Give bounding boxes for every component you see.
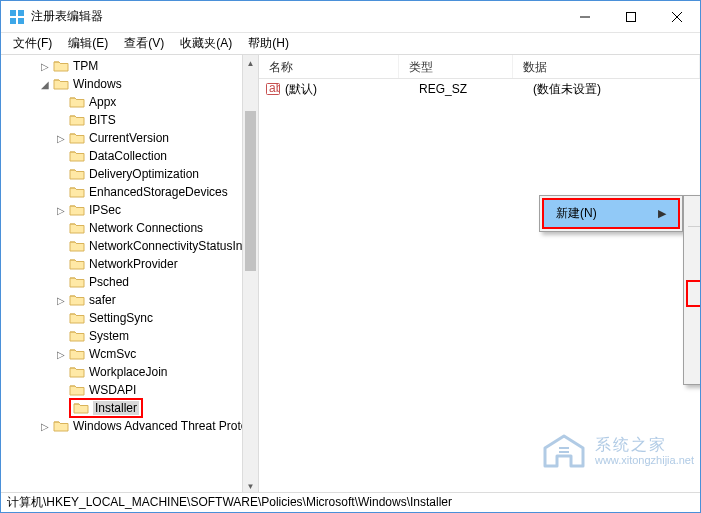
tree-item[interactable]: Installer [1, 399, 258, 417]
folder-icon [69, 95, 85, 109]
folder-icon [69, 113, 85, 127]
cell-name: (默认) [285, 81, 419, 98]
folder-icon [69, 167, 85, 181]
tree-item-label: Network Connections [89, 221, 203, 235]
menu-help[interactable]: 帮助(H) [240, 33, 297, 54]
scroll-thumb[interactable] [245, 111, 256, 271]
folder-icon [69, 383, 85, 397]
scroll-up-button[interactable]: ▲ [243, 55, 258, 71]
tree-item[interactable]: NetworkConnectivityStatusInd [1, 237, 258, 255]
expander-icon[interactable]: ▷ [53, 205, 69, 216]
menu-edit[interactable]: 编辑(E) [60, 33, 116, 54]
tree-item-label: IPSec [89, 203, 121, 217]
folder-icon [69, 221, 85, 235]
expander-icon[interactable]: ▷ [53, 349, 69, 360]
svg-rect-2 [10, 18, 16, 24]
svg-rect-0 [10, 10, 16, 16]
registry-tree[interactable]: ▷TPM◢WindowsAppxBITS▷CurrentVersionDataC… [1, 55, 258, 435]
scroll-track[interactable] [243, 71, 258, 478]
tree-item[interactable]: ▷safer [1, 291, 258, 309]
annotation-highlight: Installer [69, 398, 143, 418]
tree-item[interactable]: System [1, 327, 258, 345]
tree-item[interactable]: BITS [1, 111, 258, 129]
tree-item-label: WSDAPI [89, 383, 136, 397]
svg-rect-3 [18, 18, 24, 24]
submenu-expand[interactable]: 可扩充字符串值(E) [686, 357, 701, 382]
tree-item[interactable]: Psched [1, 273, 258, 291]
expander-icon[interactable]: ◢ [37, 79, 53, 90]
maximize-button[interactable] [608, 1, 654, 33]
statusbar-path: 计算机\HKEY_LOCAL_MACHINE\SOFTWARE\Policies… [7, 494, 452, 511]
tree-item[interactable]: Appx [1, 93, 258, 111]
tree-item[interactable]: ▷CurrentVersion [1, 129, 258, 147]
close-button[interactable] [654, 1, 700, 33]
cell-type: REG_SZ [419, 82, 533, 96]
tree-item[interactable]: SettingSync [1, 309, 258, 327]
col-type[interactable]: 类型 [399, 55, 513, 78]
tree-item[interactable]: ◢Windows [1, 75, 258, 93]
watermark-url: www.xitongzhijia.net [595, 454, 694, 466]
app-icon [9, 9, 25, 25]
folder-icon [69, 275, 85, 289]
tree-item[interactable]: ▷IPSec [1, 201, 258, 219]
folder-icon [69, 311, 85, 325]
tree-item-label: DeliveryOptimization [89, 167, 199, 181]
tree-item[interactable]: EnhancedStorageDevices [1, 183, 258, 201]
tree-item[interactable]: ▷WcmSvc [1, 345, 258, 363]
menu-file[interactable]: 文件(F) [5, 33, 60, 54]
menu-separator [688, 226, 701, 227]
tree-item[interactable]: DataCollection [1, 147, 258, 165]
svg-text:ab: ab [269, 82, 280, 95]
tree-item-label: TPM [73, 59, 98, 73]
minimize-button[interactable] [562, 1, 608, 33]
tree-item[interactable]: WSDAPI [1, 381, 258, 399]
folder-icon [69, 329, 85, 343]
submenu-multi[interactable]: 多字符串值(M) [686, 332, 701, 357]
menu-new[interactable]: 新建(N) ▶ [544, 200, 678, 227]
statusbar: 计算机\HKEY_LOCAL_MACHINE\SOFTWARE\Policies… [1, 492, 700, 512]
folder-icon [69, 131, 85, 145]
tree-item-label: safer [89, 293, 116, 307]
context-submenu-new[interactable]: 项(K) 字符串值(S) 二进制值(B) DWORD (32 位)值(D) QW… [683, 195, 701, 385]
menubar: 文件(F) 编辑(E) 查看(V) 收藏夹(A) 帮助(H) [1, 33, 700, 55]
folder-icon [69, 185, 85, 199]
expander-icon[interactable]: ▷ [37, 61, 53, 72]
cell-data: (数值未设置) [533, 81, 700, 98]
tree-pane: ▷TPM◢WindowsAppxBITS▷CurrentVersionDataC… [1, 55, 259, 494]
submenu-binary[interactable]: 二进制值(B) [686, 255, 701, 280]
tree-item-label: Installer [93, 401, 139, 415]
col-data[interactable]: 数据 [513, 55, 700, 78]
submenu-dword[interactable]: DWORD (32 位)值(D) [686, 280, 701, 307]
tree-item-label: WcmSvc [89, 347, 136, 361]
tree-item[interactable]: ▷TPM [1, 57, 258, 75]
tree-item[interactable]: ▷Windows Advanced Threat Prote [1, 417, 258, 435]
submenu-key[interactable]: 项(K) [686, 198, 701, 223]
menu-new-label: 新建(N) [556, 205, 597, 222]
expander-icon[interactable]: ▷ [53, 295, 69, 306]
menu-view[interactable]: 查看(V) [116, 33, 172, 54]
folder-icon [69, 365, 85, 379]
tree-item[interactable]: NetworkProvider [1, 255, 258, 273]
col-name[interactable]: 名称 [259, 55, 399, 78]
titlebar: 注册表编辑器 [1, 1, 700, 33]
list-pane: 名称 类型 数据 ab (默认) REG_SZ (数值未设置) 新建(N) ▶ … [259, 55, 700, 494]
folder-icon [53, 419, 69, 433]
tree-item[interactable]: DeliveryOptimization [1, 165, 258, 183]
watermark: 系统之家 www.xitongzhijia.net [539, 430, 694, 472]
svg-rect-1 [18, 10, 24, 16]
folder-icon [69, 257, 85, 271]
tree-scrollbar[interactable]: ▲ ▼ [242, 55, 258, 494]
tree-item-label: BITS [89, 113, 116, 127]
menu-favorites[interactable]: 收藏夹(A) [172, 33, 240, 54]
tree-item[interactable]: Network Connections [1, 219, 258, 237]
list-row[interactable]: ab (默认) REG_SZ (数值未设置) [259, 79, 700, 99]
tree-item[interactable]: WorkplaceJoin [1, 363, 258, 381]
tree-item-label: NetworkProvider [89, 257, 178, 271]
submenu-string[interactable]: 字符串值(S) [686, 230, 701, 255]
expander-icon[interactable]: ▷ [53, 133, 69, 144]
submenu-chevron-icon: ▶ [658, 207, 666, 220]
submenu-qword[interactable]: QWORD (64 位)值(Q) [686, 307, 701, 332]
watermark-text: 系统之家 [595, 436, 694, 454]
expander-icon[interactable]: ▷ [37, 421, 53, 432]
context-menu[interactable]: 新建(N) ▶ [539, 195, 683, 232]
